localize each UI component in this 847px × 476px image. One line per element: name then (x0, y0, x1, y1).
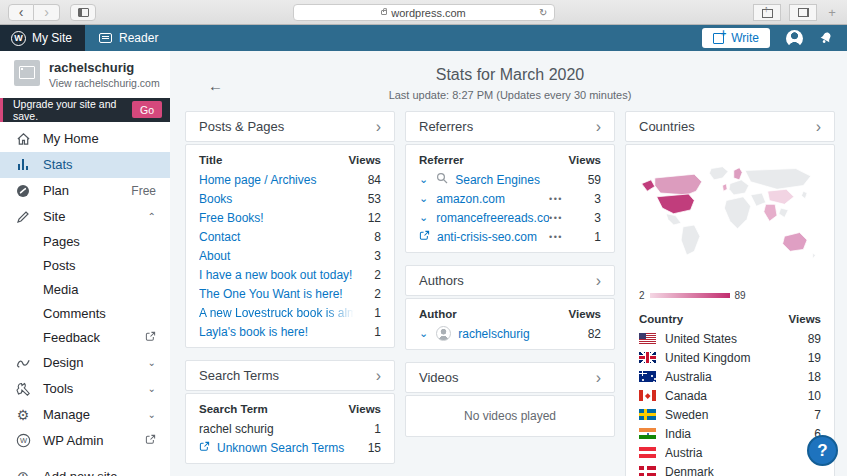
site-url-link[interactable]: View rachelschurig.com (49, 77, 160, 89)
map-region-japan (801, 191, 807, 199)
sidebar-item-pages[interactable]: Pages (0, 230, 170, 254)
table-row: About3 (199, 246, 381, 265)
chevron-right-icon (596, 121, 601, 133)
site-profile[interactable]: rachelschurig View rachelschurig.com (0, 51, 170, 98)
notifications-bell-icon[interactable] (817, 29, 836, 48)
sidebar-item-comments[interactable]: Comments (0, 302, 170, 326)
author-avatar (436, 326, 451, 341)
reader-icon (99, 33, 112, 43)
referrers-header[interactable]: Referrers (405, 111, 615, 142)
browser-tabs-button[interactable] (789, 4, 817, 21)
address-bar[interactable]: wordpress.com (293, 4, 555, 21)
table-row: Unknown Search Terms 15 (199, 438, 381, 457)
sidebar-item-plan[interactable]: Plan Free (0, 178, 170, 204)
write-button[interactable]: Write (702, 28, 770, 48)
profile-avatar[interactable] (786, 30, 803, 47)
home-icon (14, 132, 32, 146)
sidebar-panel-icon (78, 8, 89, 17)
sidebar-item-site[interactable]: Site (0, 204, 170, 230)
search-terms-header[interactable]: Search Terms (185, 360, 395, 391)
reload-icon[interactable] (539, 7, 547, 18)
chevron-down-icon (148, 383, 156, 394)
table-row: Australia18 (639, 367, 821, 386)
table-row: Books53 (199, 189, 381, 208)
chevron-right-icon (816, 121, 821, 133)
map-region-mexico (666, 214, 681, 225)
chevron-right-icon (376, 121, 381, 133)
map-region-canada (655, 174, 702, 195)
browser-back-button[interactable] (8, 4, 34, 21)
last-update-text: Last update: 8:27 PM (Updates every 30 m… (185, 89, 835, 101)
chevron-right-icon (596, 372, 601, 384)
chevron-right-icon (596, 275, 601, 287)
design-icon (14, 357, 32, 369)
sidebar-item-manage[interactable]: Manage (0, 402, 170, 428)
sidebar-item-label: Add new site (43, 469, 117, 476)
table-row: rachelschurig 82 (419, 324, 601, 343)
map-region-china (768, 189, 794, 204)
ellipsis-menu-icon[interactable] (549, 232, 563, 242)
external-link-icon (145, 434, 156, 448)
posts-pages-header[interactable]: Posts & Pages (185, 111, 395, 142)
countries-header[interactable]: Countries (625, 111, 835, 142)
ellipsis-menu-icon[interactable] (549, 213, 563, 223)
table-row: I have a new book out today!2 (199, 265, 381, 284)
my-site-label: My Site (32, 31, 72, 45)
sidebar-menu: My Home Stats Plan Free (0, 126, 170, 476)
flag-india-icon (639, 428, 656, 439)
map-region-se-asia (779, 208, 788, 217)
back-arrow-button[interactable] (208, 77, 223, 94)
sidebar-item-stats[interactable]: Stats (0, 152, 170, 178)
table-row: A new Lovestruck book is almost here1 (199, 303, 381, 322)
sidebar-item-my-home[interactable]: My Home (0, 126, 170, 152)
browser-chrome: wordpress.com (0, 0, 847, 25)
my-site-tab[interactable]: My Site (0, 25, 85, 51)
flag-canada-icon (639, 390, 656, 401)
authors-module: Authors Author Views rachelschur (405, 265, 615, 350)
map-region-south-america (681, 225, 700, 255)
sidebar-item-wp-admin[interactable]: W WP Admin (0, 428, 170, 454)
expand-chevron-icon[interactable] (419, 192, 428, 205)
svg-text:W: W (19, 436, 27, 445)
authors-table: Author Views rachelschurig 82 (405, 298, 615, 350)
add-new-site-button[interactable]: Add new site (0, 464, 170, 476)
chevron-down-icon (148, 409, 156, 420)
browser-share-button[interactable] (753, 4, 781, 21)
sidebar-item-feedback[interactable]: Feedback (0, 326, 170, 350)
reader-tab[interactable]: Reader (85, 25, 172, 51)
chevron-right-icon (376, 370, 381, 382)
table-row: rachel schurig1 (199, 419, 381, 438)
sidebar: rachelschurig View rachelschurig.com Upg… (0, 51, 170, 476)
countries-table: 2 89 Country Views United States89 (625, 144, 835, 476)
plus-circle-icon (14, 468, 32, 476)
wp-masthead: My Site Reader Write (0, 25, 847, 51)
table-row: romancefreereads.com 3 (419, 208, 601, 227)
site-name: rachelschurig (49, 60, 160, 76)
expand-chevron-icon[interactable] (419, 327, 428, 340)
upgrade-go-button[interactable]: Go (132, 101, 162, 118)
new-tab-button[interactable] (825, 5, 839, 20)
sidebar-item-label: Manage (43, 407, 90, 422)
sidebar-item-posts[interactable]: Posts (0, 254, 170, 278)
authors-header[interactable]: Authors (405, 265, 615, 296)
videos-table: No videos played (405, 395, 615, 437)
ellipsis-menu-icon[interactable] (549, 194, 563, 204)
videos-header[interactable]: Videos (405, 362, 615, 393)
table-row: amazon.com 3 (419, 189, 601, 208)
write-icon (713, 32, 725, 44)
expand-chevron-icon[interactable] (419, 173, 428, 186)
browser-forward-button[interactable] (34, 4, 60, 21)
sidebar-item-tools[interactable]: Tools (0, 376, 170, 402)
sidebar-item-media[interactable]: Media (0, 278, 170, 302)
browser-sidebar-toggle-button[interactable] (70, 4, 96, 21)
external-link-icon (199, 441, 210, 455)
posts-pages-module: Posts & Pages Title Views Home page / Ar… (185, 111, 395, 348)
sidebar-item-design[interactable]: Design (0, 350, 170, 376)
expand-chevron-icon[interactable] (419, 211, 428, 224)
legend-gradient-bar (650, 293, 730, 298)
help-button[interactable]: ? (807, 435, 838, 466)
map-legend: 2 89 (626, 288, 834, 307)
sidebar-item-label: Design (43, 355, 83, 370)
referrers-table: Referrer Views Search Engines 59 (405, 144, 615, 253)
plan-badge: Free (131, 184, 156, 198)
